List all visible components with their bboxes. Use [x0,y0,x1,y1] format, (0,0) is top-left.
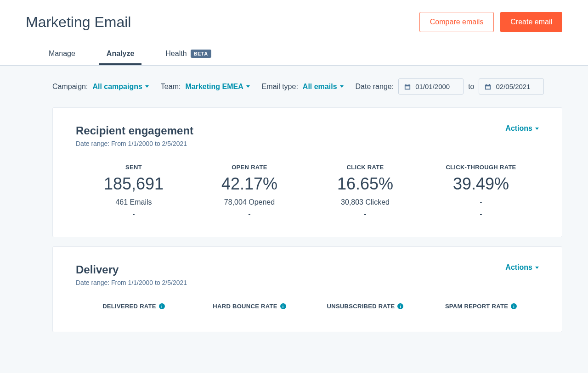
tab-manage[interactable]: Manage [41,43,83,65]
metric-label: HARD BOUNCE RATE i [192,303,307,310]
metric-sub: - [423,198,539,206]
filter-bar: Campaign: All campaigns Team: Marketing … [0,66,588,107]
metric-label: UNSUBSCRIBED RATE i [307,303,423,310]
card-subtitle: Date range: From 1/1/2000 to 2/5/2021 [76,279,539,286]
filter-label: Campaign: [52,83,88,91]
card-title: Delivery [76,263,119,276]
chevron-down-icon [145,85,149,88]
metric-value: 185,691 [76,174,192,194]
tab-health[interactable]: Health BETA [158,43,218,65]
filter-label: Team: [161,83,181,91]
metric-sent: SENT 185,691 461 Emails - [76,164,192,218]
chevron-down-icon [340,85,344,88]
metric-label-text: DELIVERED RATE [102,303,156,310]
dropdown-value: All emails [303,83,337,91]
metric-ctr: CLICK-THROUGH RATE 39.49% - - [423,164,539,218]
tab-analyze[interactable]: Analyze [99,43,141,65]
card-header: Delivery Actions [76,263,539,276]
metric-value: 42.17% [192,174,307,194]
calendar-icon [485,84,491,90]
subtitle-label: Date range: [76,279,109,286]
filter-campaign: Campaign: All campaigns [52,83,149,91]
create-email-button[interactable]: Create email [500,12,562,32]
metric-sub: 30,803 Clicked [307,198,423,206]
tab-label: Health [165,50,187,58]
date-to-input[interactable] [496,83,538,90]
filter-email-type: Email type: All emails [262,83,344,91]
filter-label: Date range: [356,83,394,91]
card-header: Recipient engagement Actions [76,124,539,137]
metric-dash: - [423,210,539,218]
metric-label: SPAM REPORT RATE i [423,303,539,310]
metric-label-text: HARD BOUNCE RATE [213,303,277,310]
actions-label: Actions [505,263,532,272]
subtitle-value: From 1/1/2000 to 2/5/2021 [111,140,187,147]
campaign-dropdown[interactable]: All campaigns [92,83,148,91]
date-to-input-wrap[interactable] [479,78,544,95]
metric-label: CLICK-THROUGH RATE [423,164,539,171]
page-header: Marketing Email Compare emails Create em… [0,0,588,66]
chevron-down-icon [535,267,539,269]
metric-dash: - [76,210,192,218]
filter-team: Team: Marketing EMEA [161,83,250,91]
actions-dropdown[interactable]: Actions [505,124,539,133]
subtitle-value: From 1/1/2000 to 2/5/2021 [111,279,187,286]
subtitle-label: Date range: [76,140,109,147]
content: Recipient engagement Actions Date range:… [0,107,588,360]
tabs: Manage Analyze Health BETA [26,43,562,65]
compare-emails-button[interactable]: Compare emails [419,12,494,32]
email-type-dropdown[interactable]: All emails [303,83,344,91]
calendar-icon [404,84,411,90]
tab-label: Analyze [107,50,134,58]
info-icon[interactable]: i [159,303,165,309]
team-dropdown[interactable]: Marketing EMEA [185,83,249,91]
beta-badge: BETA [191,50,211,58]
info-icon[interactable]: i [280,303,286,309]
page-title: Marketing Email [26,14,131,31]
info-icon[interactable]: i [397,303,403,309]
metric-sub: 461 Emails [76,198,192,206]
filter-date-range: Date range: to [356,78,544,95]
actions-dropdown[interactable]: Actions [505,263,539,272]
delivery-card: Delivery Actions Date range: From 1/1/20… [52,246,562,332]
metric-value: 39.49% [423,174,539,194]
metric-dash: - [307,210,423,218]
metric-spam-report-rate: SPAM REPORT RATE i [423,303,539,313]
header-buttons: Compare emails Create email [419,12,562,32]
metric-label: CLICK RATE [307,164,423,171]
filter-label: Email type: [262,83,298,91]
metric-open-rate: OPEN RATE 42.17% 78,004 Opened - [192,164,307,218]
date-to-label: to [468,83,474,91]
metric-dash: - [192,210,307,218]
chevron-down-icon [535,128,539,130]
header-top: Marketing Email Compare emails Create em… [26,12,562,32]
metric-label: SENT [76,164,192,171]
recipient-engagement-card: Recipient engagement Actions Date range:… [52,107,562,237]
metric-label-text: UNSUBSCRIBED RATE [327,303,395,310]
chevron-down-icon [246,85,250,88]
metric-value: 16.65% [307,174,423,194]
tab-label: Manage [49,50,75,58]
metric-hard-bounce-rate: HARD BOUNCE RATE i [192,303,307,313]
delivery-metrics: DELIVERED RATE i HARD BOUNCE RATE i UNSU… [76,303,539,313]
metric-sub: 78,004 Opened [192,198,307,206]
card-title: Recipient engagement [76,124,193,137]
metric-unsubscribed-rate: UNSUBSCRIBED RATE i [307,303,423,313]
actions-label: Actions [505,124,532,133]
metric-label: DELIVERED RATE i [76,303,192,310]
metric-delivered-rate: DELIVERED RATE i [76,303,192,313]
date-from-input-wrap[interactable] [398,78,464,95]
metric-click-rate: CLICK RATE 16.65% 30,803 Clicked - [307,164,423,218]
card-subtitle: Date range: From 1/1/2000 to 2/5/2021 [76,140,539,147]
dropdown-value: All campaigns [92,83,142,91]
metric-label-text: SPAM REPORT RATE [445,303,508,310]
info-icon[interactable]: i [511,303,517,309]
dropdown-value: Marketing EMEA [185,83,243,91]
engagement-metrics: SENT 185,691 461 Emails - OPEN RATE 42.1… [76,164,539,218]
metric-label: OPEN RATE [192,164,307,171]
date-from-input[interactable] [415,83,458,90]
